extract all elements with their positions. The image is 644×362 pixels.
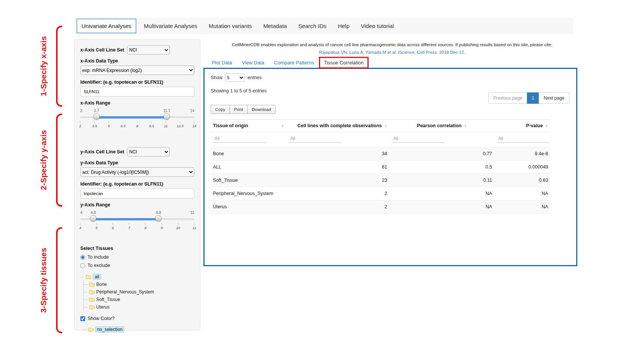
subtab-compare-patterns[interactable]: Compare Patterns (269, 58, 319, 68)
exclude-radio-row[interactable]: To exclude (80, 263, 194, 268)
nav-tab-univariate-analyses[interactable]: Univariate Analyses (77, 19, 136, 33)
x-cell-line-set-select[interactable]: NCI (127, 45, 170, 55)
slider-tick: 14 (192, 121, 197, 128)
col-header-cell-lines[interactable]: Cell lines with complete observations ▲▼ (286, 120, 389, 132)
page-size-row: Show 5 entries (211, 73, 570, 82)
next-page-button[interactable]: Next page (539, 92, 569, 104)
slider-tick: 4 (79, 223, 81, 230)
x-axis-section: x-Axis Cell Line Set NCI x-Axis Data Typ… (80, 45, 194, 131)
tree-connector (83, 329, 86, 330)
y-identifier-input[interactable] (80, 189, 194, 198)
slider-tick: 10 (176, 223, 180, 230)
sort-icon[interactable]: ▲▼ (546, 124, 548, 128)
annotation-step3-label: 3-Specify tissues (38, 227, 49, 333)
y-axis-section: y-Axis Cell Line Set NCI y-Axis Data Typ… (80, 147, 194, 233)
filter-pearson-input[interactable] (392, 135, 445, 143)
include-radio[interactable] (80, 255, 85, 260)
tree-node-peripheral-nervous-system[interactable]: Peripheral_Nervous_System (84, 288, 194, 296)
annotation-step1-label: 1-Specify x-axis (38, 26, 49, 107)
show-color-checkbox[interactable] (80, 316, 85, 321)
show-color-label: Show Color? (88, 316, 115, 321)
tree-connector (84, 284, 88, 285)
tree-connector (84, 292, 88, 292)
cell-cell-lines: 23 (286, 174, 389, 187)
sort-icon[interactable]: ▲▼ (464, 124, 467, 128)
filter-tissue-input[interactable] (213, 135, 266, 143)
include-radio-row[interactable]: To include (80, 254, 194, 260)
previous-page-button[interactable]: Previous page (488, 92, 527, 104)
x-data-type-select[interactable]: exp: mRNA Expression (log2) (80, 66, 194, 75)
cell-cell-lines: 2 (286, 187, 389, 200)
cell-pearson: 0.5 (389, 161, 494, 174)
filter-cell-lines-input[interactable] (289, 135, 342, 143)
x-range-handle-low[interactable] (93, 113, 100, 120)
show-color-row[interactable]: Show Color? (80, 316, 194, 321)
table-row: Bone 34 0.77 9.4e-8 (211, 147, 550, 161)
citation-link[interactable]: Rajapakse.VN, Luna.A, Yamade.M et al. iS… (319, 49, 465, 56)
nav-tab-multivariate-analyses[interactable]: Multivariate Analyses (138, 20, 203, 31)
y-range-from-label: 4.8 (91, 211, 96, 215)
x-range-handle-high[interactable] (164, 113, 170, 120)
tree-connector (80, 277, 84, 277)
folder-icon (89, 290, 95, 295)
no-selection-tree: no_selection (83, 326, 194, 333)
annotation-bracket-3 (56, 227, 62, 333)
col-header-tissue-of-origin[interactable]: Tissue of origin ▲▼ (211, 120, 286, 132)
nav-tab-metadata[interactable]: Metadata (258, 20, 293, 31)
y-cell-line-set-select[interactable]: NCI (127, 147, 170, 156)
intro-text: CellMinerCDB enables exploration and ana… (206, 42, 578, 48)
subtab-tissue-correlation[interactable]: Tissue Correlation (319, 57, 369, 69)
slider-tick: 6.5 (120, 121, 125, 128)
slider-tick: 3.5 (92, 121, 97, 128)
sort-icon[interactable]: ▲▼ (385, 124, 387, 128)
page-size-select[interactable]: 5 (225, 73, 245, 82)
tree-node-label: Bone (96, 282, 107, 287)
tree-node-bone[interactable]: Bone (84, 281, 194, 288)
download-button[interactable]: Download (247, 105, 276, 114)
nav-tab-search-ids[interactable]: Search IDs (292, 20, 332, 31)
x-range-bar (97, 116, 167, 119)
nav-tab-mutation-variants[interactable]: Mutation variants (203, 20, 258, 31)
x-range-from-label: 3.7 (94, 109, 99, 113)
subtab-plot-data[interactable]: Plot Data (207, 58, 237, 68)
print-button[interactable]: Print (230, 105, 248, 114)
nav-tab-video-tutorial[interactable]: Video tutorial (355, 20, 399, 31)
slider-tick: 9.5 (149, 121, 154, 128)
sort-icon[interactable]: ▲▼ (281, 124, 284, 128)
filter-p-value-input[interactable] (497, 135, 550, 143)
annotation-bracket-1 (56, 26, 62, 107)
table-filter-row (211, 132, 550, 147)
y-range-bar (93, 218, 158, 220)
y-range-handle-high[interactable] (155, 215, 162, 222)
cell-p-value: NA (494, 200, 550, 214)
y-data-type-select[interactable]: act: Drug Activity (-log10[IC50M]) (80, 167, 194, 177)
control-sidebar: x-Axis Cell Line Set NCI x-Axis Data Typ… (74, 39, 200, 331)
col-header-pearson-correlation[interactable]: Pearson correlation ▲▼ (389, 120, 494, 132)
entries-label: entries (247, 75, 262, 80)
annotation-step2-label: 2-Specify y-axis (38, 114, 49, 207)
cell-p-value: 0.000049 (494, 161, 550, 174)
intro-block: CellMinerCDB enables exploration and ana… (206, 42, 578, 55)
page-1-button[interactable]: 1 (527, 92, 539, 104)
cell-pearson: 0.77 (389, 147, 494, 161)
show-label: Show (211, 75, 222, 80)
tree-node-all[interactable]: all (80, 273, 194, 281)
tree-node-no-selection[interactable]: no_selection (83, 326, 194, 333)
y-range-handle-low[interactable] (90, 215, 97, 222)
col-header-p-value[interactable]: P-value ▲▼ (494, 120, 550, 132)
y-range-max-label: 11 (191, 211, 194, 215)
nav-tab-help[interactable]: Help (332, 20, 355, 31)
y-range-min-label: 4 (80, 211, 83, 215)
folder-icon (89, 305, 95, 310)
copy-button[interactable]: Copy (211, 105, 230, 114)
table-row: Uterus 2 NA NA (211, 200, 550, 214)
correlation-table: Tissue of origin ▲▼ Cell lines with comp… (211, 119, 550, 214)
x-identifier-input[interactable] (80, 87, 194, 97)
subtab-view-data[interactable]: View Data (237, 58, 269, 68)
exclude-radio[interactable] (80, 263, 85, 268)
slider-tick: 5 (95, 223, 97, 230)
x-identifier-label: Identifier: (e.g. topotecan or SLFN11) (80, 80, 194, 85)
tree-node-uterus[interactable]: Uterus (84, 303, 194, 311)
x-cell-line-set-label: x-Axis Cell Line Set (80, 47, 124, 53)
tree-node-soft-tissue[interactable]: Soft_Tissue (84, 296, 194, 303)
